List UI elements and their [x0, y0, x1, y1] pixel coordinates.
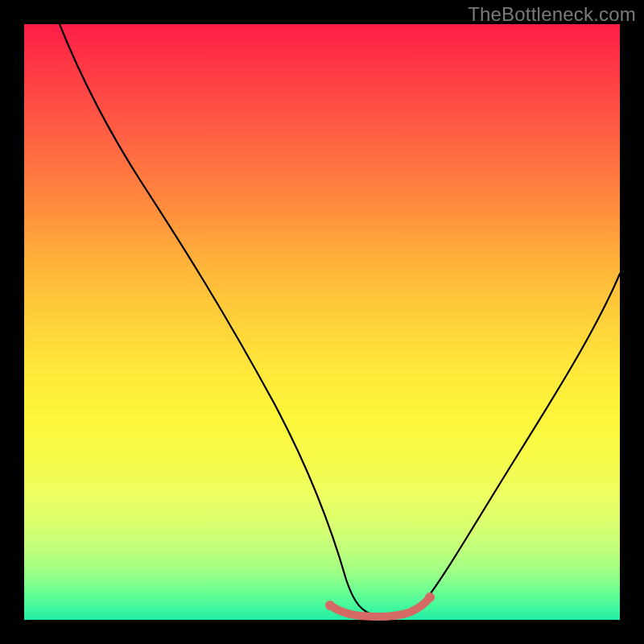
bottleneck-curve — [60, 24, 620, 617]
valley-dot-left — [325, 601, 335, 610]
chart-frame: TheBottleneck.com — [0, 0, 644, 644]
chart-overlay — [24, 24, 620, 620]
valley-highlight — [330, 597, 430, 617]
watermark-text: TheBottleneck.com — [468, 3, 636, 26]
valley-dot-right — [425, 592, 435, 602]
